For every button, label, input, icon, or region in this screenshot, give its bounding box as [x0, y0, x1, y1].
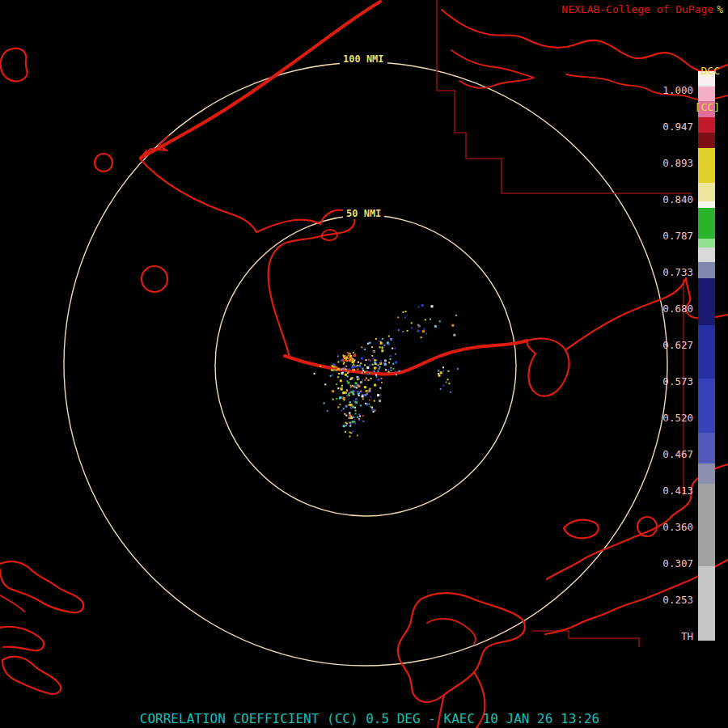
- colorbar-segment: [698, 201, 715, 208]
- colorbar-segment: [698, 278, 715, 325]
- colorbar-tick-label: 0.413: [662, 485, 693, 497]
- coastline-path: [141, 2, 380, 158]
- colorbar-tick-label: 0.787: [662, 230, 693, 243]
- colorbar-segment: [698, 325, 715, 379]
- range-ring-100nmi: [64, 62, 667, 666]
- colorbar-segment: [698, 262, 715, 278]
- radar-display: 100 NMI 50 NMI NEXLAB-College of DuPage%…: [0, 0, 728, 728]
- island-outline: [564, 520, 599, 539]
- radar-echo-layer: [314, 304, 459, 437]
- colorbar-segment: [698, 248, 715, 262]
- coastline-path: [0, 561, 83, 612]
- colorbar-tick-label: 0.893: [662, 157, 693, 170]
- colorbar-tick-label: TH: [681, 630, 693, 643]
- colorbar-segment: [698, 433, 715, 463]
- colorbar-segment: [698, 566, 715, 641]
- island-outline: [2, 657, 61, 694]
- colorbar-tick-label: 0.733: [662, 266, 693, 279]
- coastline-path: [0, 595, 24, 612]
- coastline-path: [427, 619, 476, 644]
- colorbar-tick-label: 0.573: [662, 375, 693, 388]
- colorbar-tick-label: 0.467: [662, 448, 693, 461]
- island-outline: [95, 154, 112, 171]
- radar-map: [0, 0, 728, 728]
- product-caption: CORRELATION COEFFICIENT (CC) 0.5 DEG - K…: [140, 711, 599, 726]
- colorbar-tick-label: 0.947: [662, 121, 693, 133]
- legend-heading: DCC [CC]: [695, 40, 720, 138]
- colorbar-segment: [698, 183, 715, 201]
- colorbar-tick-label: 0.840: [662, 193, 693, 206]
- title-badge: %: [717, 3, 723, 15]
- colorbar-tick-label: 0.307: [662, 557, 693, 570]
- colorbar-tick-label: 0.680: [662, 303, 693, 315]
- coastline-path: [256, 210, 354, 358]
- product-units: [CC]: [695, 101, 720, 113]
- coastline-path: [451, 50, 534, 88]
- lagoon-outline: [398, 593, 525, 702]
- range-ring-label-100: 100 NMI: [340, 53, 387, 65]
- colorbar-tick-label: 0.253: [662, 594, 693, 607]
- range-ring-label-50: 50 NMI: [343, 208, 384, 219]
- colorbar-segment: [698, 148, 715, 183]
- colorbar-segment: [698, 239, 715, 248]
- colorbar-tick-label: 1.000: [662, 84, 693, 97]
- product-code: DCC: [695, 65, 720, 77]
- colorbar-segment: [698, 379, 715, 433]
- colorbar-tick-label: 0.520: [662, 412, 693, 425]
- colorbar-tick-label: 0.360: [662, 521, 693, 534]
- coastline-path: [285, 341, 527, 374]
- coastline-path: [140, 136, 168, 159]
- colorbar-segment: [698, 463, 715, 484]
- island-outline: [1, 49, 28, 82]
- colorbar: [698, 71, 715, 641]
- colorbar-segment: [698, 484, 715, 566]
- coastline-path: [0, 627, 44, 651]
- colorbar-tick-label: 0.627: [662, 339, 693, 352]
- coastline-path: [527, 338, 569, 396]
- coastline-path: [140, 159, 256, 232]
- colorbar-scale: 1.0000.9470.8930.8400.7870.7330.6800.627…: [637, 0, 693, 728]
- colorbar-segment: [698, 208, 715, 239]
- island-outline: [142, 266, 167, 292]
